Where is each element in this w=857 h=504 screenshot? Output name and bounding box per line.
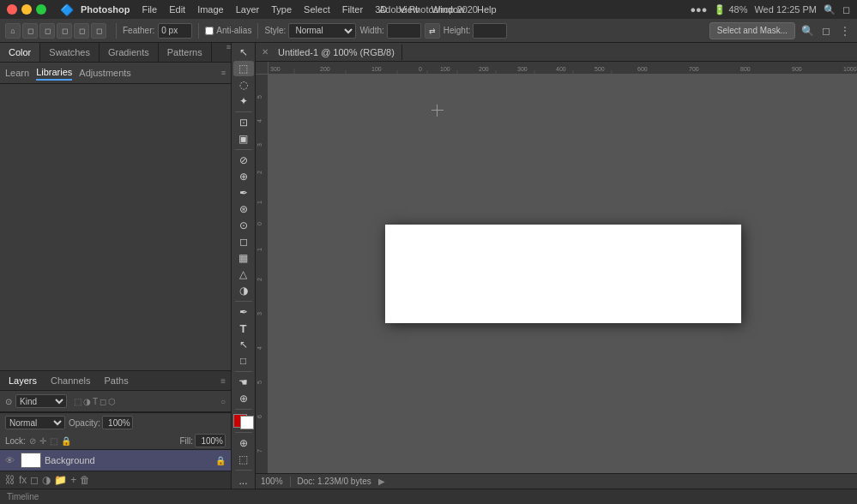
tools-panel: ↖ ⬚ ◌ ✦ ⊡ ▣ ⊘ ⊕ ✒ ⊛ ⊙ ◻ ▦ △ ◑ ✒ T ↖ □ ☚ … <box>232 43 256 489</box>
adjustment-layer-icon[interactable]: ◑ <box>42 474 51 486</box>
canvas-viewport[interactable] <box>269 75 857 473</box>
menu-filter[interactable]: Filter <box>337 3 368 16</box>
sub-expand-icon[interactable]: ≡ <box>221 69 226 77</box>
tab-gradients[interactable]: Gradients <box>100 43 159 62</box>
delete-layer-icon[interactable]: 🗑 <box>80 474 90 486</box>
select-and-mask-button[interactable]: Select and Mask... <box>709 22 795 39</box>
minimize-button[interactable] <box>21 4 32 15</box>
marquee-rect-tool[interactable]: ⬚ <box>233 61 254 76</box>
filter-type-icon[interactable]: T <box>93 397 98 406</box>
tool-preset-5[interactable]: ◻ <box>91 23 106 39</box>
workspace-icon[interactable]: ◻ <box>819 24 833 38</box>
history-brush-tool[interactable]: ⊙ <box>233 218 254 233</box>
anti-alias-checkbox[interactable] <box>205 27 214 35</box>
style-select[interactable]: Normal Fixed Ratio Fixed Size <box>288 23 356 39</box>
tool-preset-2[interactable]: ◻ <box>39 23 55 39</box>
width-label: Width: <box>359 26 383 35</box>
canvas-tab[interactable]: Untitled-1 @ 100% (RGB/8) <box>271 45 402 60</box>
brush-tool[interactable]: ✒ <box>233 185 254 201</box>
timeline-label: Timeline <box>7 492 39 501</box>
fx-icon[interactable]: fx <box>19 474 27 486</box>
blur-tool[interactable]: △ <box>233 267 254 282</box>
menu-edit[interactable]: Edit <box>164 3 190 16</box>
tab-layers[interactable]: Layers <box>5 374 40 387</box>
pen-tool[interactable]: ✒ <box>233 304 254 320</box>
filter-smart-icon[interactable]: ⬡ <box>108 397 116 406</box>
height-input[interactable] <box>473 23 507 39</box>
path-select-tool[interactable]: ↖ <box>233 337 254 352</box>
screen-mode-icon[interactable]: ⬚ <box>233 452 254 467</box>
document-canvas[interactable] <box>385 225 741 323</box>
panel-expand-icon[interactable]: ≡ <box>226 43 231 62</box>
status-arrow-icon[interactable]: ▶ <box>378 477 385 486</box>
heal-tool[interactable]: ⊕ <box>233 169 254 184</box>
tool-preset-3[interactable]: ◻ <box>57 23 72 39</box>
search-top-icon[interactable]: 🔍 <box>800 24 814 38</box>
quick-select-tool[interactable]: ✦ <box>233 93 254 109</box>
subtab-learn[interactable]: Learn <box>5 66 29 80</box>
notification-icon[interactable]: ◻ <box>842 4 850 15</box>
lock-artboard-icon[interactable]: ⬚ <box>50 436 57 446</box>
svg-text:800: 800 <box>740 66 751 72</box>
titlebar-right: ●●● 🔋 48% Wed 12:25 PM 🔍 ◻ <box>690 4 850 15</box>
group-layers-icon[interactable]: 📁 <box>54 474 67 486</box>
tool-preset-4[interactable]: ◻ <box>74 23 89 39</box>
zoom-tool[interactable]: ⊕ <box>233 391 254 406</box>
quick-mask-icon[interactable]: ⊕ <box>233 435 254 451</box>
filter-toggle-icon[interactable]: ○ <box>220 397 226 406</box>
search-icon[interactable]: 🔍 <box>824 4 836 15</box>
mask-icon[interactable]: ◻ <box>30 474 39 486</box>
filter-adjustment-icon[interactable]: ◑ <box>83 397 91 406</box>
dodge-tool[interactable]: ◑ <box>233 283 254 298</box>
gradient-tool[interactable]: ▦ <box>233 250 254 266</box>
close-button[interactable] <box>7 4 17 15</box>
lock-position-icon[interactable]: ✛ <box>39 436 46 446</box>
layers-expand-icon[interactable]: ≡ <box>220 376 226 386</box>
layer-row[interactable]: 👁 Background 🔒 <box>0 450 231 471</box>
width-input[interactable] <box>387 23 421 39</box>
filter-pixel-icon[interactable]: ⬚ <box>74 397 81 406</box>
tab-swatches[interactable]: Swatches <box>40 43 100 62</box>
lasso-tool[interactable]: ◌ <box>233 77 254 93</box>
clone-tool[interactable]: ⊛ <box>233 201 254 217</box>
more-icon[interactable]: ⋮ <box>838 24 852 38</box>
swap-dimensions-icon[interactable]: ⇄ <box>425 23 440 39</box>
eyedropper-tool[interactable]: ⊘ <box>233 153 254 168</box>
canvas-tab-close-icon[interactable]: ✕ <box>259 46 271 58</box>
lock-pixels-icon[interactable]: ⊘ <box>29 436 36 446</box>
more-tools-icon[interactable]: ... <box>233 473 254 489</box>
eraser-tool[interactable]: ◻ <box>233 234 254 249</box>
link-layers-icon[interactable]: ⛓ <box>5 474 15 486</box>
home-icon[interactable]: ⌂ <box>5 23 21 39</box>
maximize-button[interactable] <box>36 4 46 15</box>
crop-tool[interactable]: ⊡ <box>233 115 254 130</box>
shape-tool[interactable]: □ <box>233 353 254 369</box>
move-tool[interactable]: ↖ <box>233 45 254 60</box>
menu-file[interactable]: File <box>136 3 162 16</box>
fill-input[interactable] <box>195 434 226 447</box>
tool-preset-1[interactable]: ◻ <box>22 23 38 39</box>
menu-layer[interactable]: Layer <box>231 3 265 16</box>
svg-text:6: 6 <box>256 415 263 418</box>
tab-color[interactable]: Color <box>0 43 40 62</box>
new-layer-icon[interactable]: + <box>70 474 76 486</box>
tab-channels[interactable]: Channels <box>47 374 94 387</box>
lock-all-icon[interactable]: 🔒 <box>61 436 71 446</box>
blend-mode-select[interactable]: Normal Multiply Screen <box>5 416 65 429</box>
subtab-libraries[interactable]: Libraries <box>36 65 72 81</box>
frame-tool[interactable]: ▣ <box>233 131 254 147</box>
hand-tool[interactable]: ☚ <box>233 375 254 390</box>
text-tool[interactable]: T <box>233 321 254 336</box>
tab-paths[interactable]: Paths <box>101 374 132 387</box>
layer-visibility-icon[interactable]: 👁 <box>5 455 17 465</box>
menu-type[interactable]: Type <box>266 3 297 16</box>
menu-select[interactable]: Select <box>299 3 335 16</box>
tab-patterns[interactable]: Patterns <box>159 43 212 62</box>
opacity-input[interactable] <box>102 416 133 429</box>
layer-filter-select[interactable]: Kind Name Effect <box>15 394 67 408</box>
menu-image[interactable]: Image <box>192 3 229 16</box>
filter-shape-icon[interactable]: ◻ <box>100 397 106 406</box>
feather-input[interactable] <box>158 23 192 39</box>
subtab-adjustments[interactable]: Adjustments <box>79 66 131 80</box>
background-color[interactable] <box>240 416 254 429</box>
